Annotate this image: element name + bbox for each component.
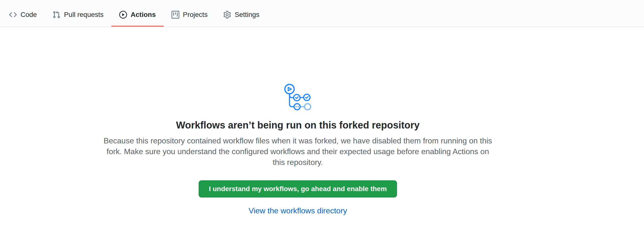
enable-workflows-button[interactable]: I understand my workflows, go ahead and … [198,180,397,197]
actions-blankslate: Workflows aren’t being run on this forke… [0,27,596,215]
tab-actions-label: Actions [131,11,156,19]
tab-pull-requests[interactable]: Pull requests [45,0,112,27]
tab-code-label: Code [20,11,37,19]
page-title: Workflows aren’t being run on this forke… [176,119,420,131]
tab-actions[interactable]: Actions [112,0,164,27]
play-icon [119,11,127,19]
view-workflows-directory-link[interactable]: View the workflows directory [248,206,347,215]
tab-code[interactable]: Code [1,0,45,27]
blankslate-description: Because this repository contained workfl… [100,135,496,168]
tab-projects-label: Projects [183,11,208,19]
gear-icon [223,11,231,19]
tab-settings-label: Settings [235,11,260,19]
repo-tab-nav: Code Pull requests Actions Projects Sett… [0,0,644,27]
tab-pull-requests-label: Pull requests [64,11,104,19]
code-icon [9,11,17,19]
tab-settings[interactable]: Settings [216,0,267,27]
git-pull-request-icon [52,11,60,19]
tab-projects[interactable]: Projects [164,0,216,27]
actions-workflow-icon [281,82,315,113]
project-icon [172,11,179,19]
